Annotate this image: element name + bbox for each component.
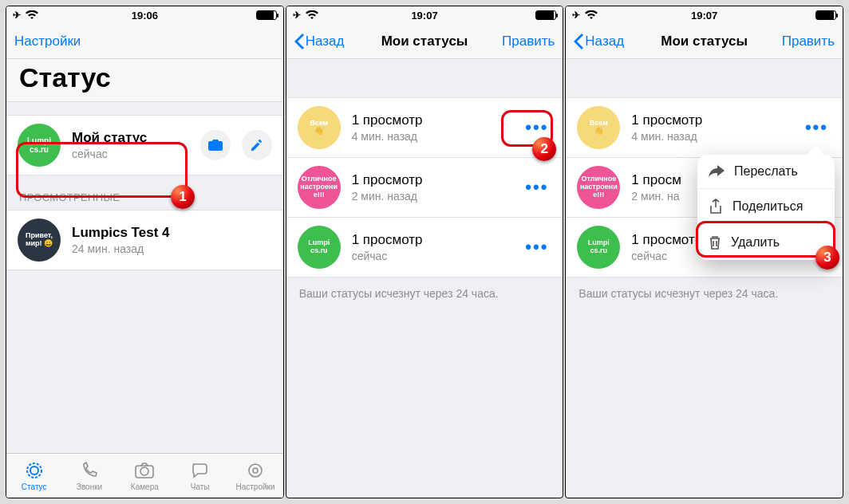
clock: 19:07 [411, 10, 437, 22]
clock: 19:07 [691, 10, 717, 22]
status-avatar: Lumpi cs.ru [298, 226, 341, 269]
status-icon [25, 460, 44, 481]
badge-3: 3 [815, 246, 839, 270]
tab-settings[interactable]: Настройки [227, 454, 282, 498]
screen-context-menu: ✈︎ 19:07 Назад Мои статусы Править Всем … [565, 6, 843, 498]
camera-icon [134, 460, 155, 481]
screen-status: ✈︎ 19:06 Настройки Статус Lumpi cs.ru Мо… [6, 6, 284, 498]
row-sub: 4 мин. назад [631, 130, 791, 143]
wifi-icon [26, 10, 38, 20]
menu-share[interactable]: Поделиться [697, 188, 835, 224]
status-avatar: Всем 👋 [298, 106, 341, 149]
status-bar: ✈︎ 19:07 [286, 6, 563, 24]
svg-point-4 [249, 464, 262, 477]
row-sub: сейчас [352, 250, 511, 262]
more-button[interactable]: ••• [802, 117, 831, 138]
footer-note: Ваши статусы исчезнут через 24 часа. [286, 278, 563, 309]
callout-1 [16, 142, 188, 198]
status-avatar: Lumpi cs.ru [577, 226, 620, 269]
battery-icon [815, 10, 836, 20]
back-button[interactable]: Назад [574, 33, 624, 49]
battery-icon [256, 10, 277, 20]
nav-bar: Назад Мои статусы Править [286, 24, 563, 59]
screen-my-statuses: ✈︎ 19:07 Назад Мои статусы Править Всем … [286, 6, 564, 498]
edit-link[interactable]: Править [502, 33, 555, 49]
tab-chats[interactable]: Чаты [172, 454, 227, 498]
chevron-left-icon [574, 33, 583, 49]
status-bar: ✈︎ 19:06 [6, 6, 283, 24]
row-sub: 4 мин. назад [352, 130, 511, 143]
airplane-icon: ✈︎ [572, 10, 580, 21]
row-title: 1 просмотр [352, 112, 511, 128]
settings-link[interactable]: Настройки [14, 33, 81, 49]
tab-bar: Статус Звонки Камера Чаты Настройки [6, 453, 283, 498]
svg-point-1 [30, 467, 38, 474]
viewed-sub: 24 мин. назад [72, 242, 272, 255]
nav-bar: Назад Мои статусы Править [566, 24, 843, 59]
status-avatar: Отличное настроени е!!! [298, 166, 341, 209]
badge-1: 1 [171, 185, 195, 209]
status-row[interactable]: Всем 👋1 просмотр4 мин. назад••• [566, 97, 843, 158]
callout-3 [696, 221, 835, 258]
tab-calls[interactable]: Звонки [61, 454, 116, 498]
tab-status[interactable]: Статус [6, 454, 61, 498]
viewed-avatar: Привет, мир! 😄 [18, 219, 61, 262]
nav-bar: Настройки [6, 24, 283, 59]
status-row[interactable]: Отличное настроени е!!!1 просмотр2 мин. … [286, 158, 563, 218]
menu-forward[interactable]: Переслать [697, 155, 835, 188]
chats-icon [190, 460, 211, 481]
clock: 19:06 [132, 10, 158, 22]
wifi-icon [306, 10, 318, 20]
status-bar: ✈︎ 19:07 [566, 6, 843, 24]
share-icon [709, 199, 723, 215]
svg-point-5 [253, 468, 258, 473]
camera-button[interactable] [200, 130, 231, 160]
page-title: Статус [6, 59, 283, 102]
row-title: 1 просмотр [631, 112, 791, 128]
phone-icon [80, 460, 99, 481]
status-row[interactable]: Lumpi cs.ru1 просмотрсейчас••• [286, 218, 563, 278]
svg-point-0 [27, 463, 41, 478]
chevron-left-icon [294, 33, 304, 49]
viewed-cell[interactable]: Привет, мир! 😄 Lumpics Test 4 24 мин. на… [6, 210, 283, 270]
status-avatar: Всем 👋 [577, 106, 620, 149]
svg-point-3 [140, 467, 148, 475]
edit-button[interactable] [242, 130, 272, 160]
more-button[interactable]: ••• [522, 177, 551, 198]
footer-note: Ваши статусы исчезнут через 24 часа. [566, 278, 843, 309]
battery-icon [535, 10, 556, 20]
more-button[interactable]: ••• [522, 237, 551, 258]
airplane-icon: ✈︎ [13, 10, 21, 21]
edit-link[interactable]: Править [782, 33, 835, 49]
airplane-icon: ✈︎ [293, 10, 301, 21]
status-avatar: Отличное настроени е!!! [577, 166, 620, 209]
row-title: 1 просмотр [352, 172, 511, 188]
row-sub: 2 мин. назад [352, 190, 511, 203]
row-title: 1 просмотр [352, 232, 511, 248]
back-button[interactable]: Назад [294, 33, 345, 49]
forward-icon [709, 165, 725, 178]
wifi-icon [585, 10, 598, 20]
gear-icon [246, 460, 265, 481]
tab-camera[interactable]: Камера [117, 454, 172, 498]
viewed-title: Lumpics Test 4 [72, 225, 272, 241]
